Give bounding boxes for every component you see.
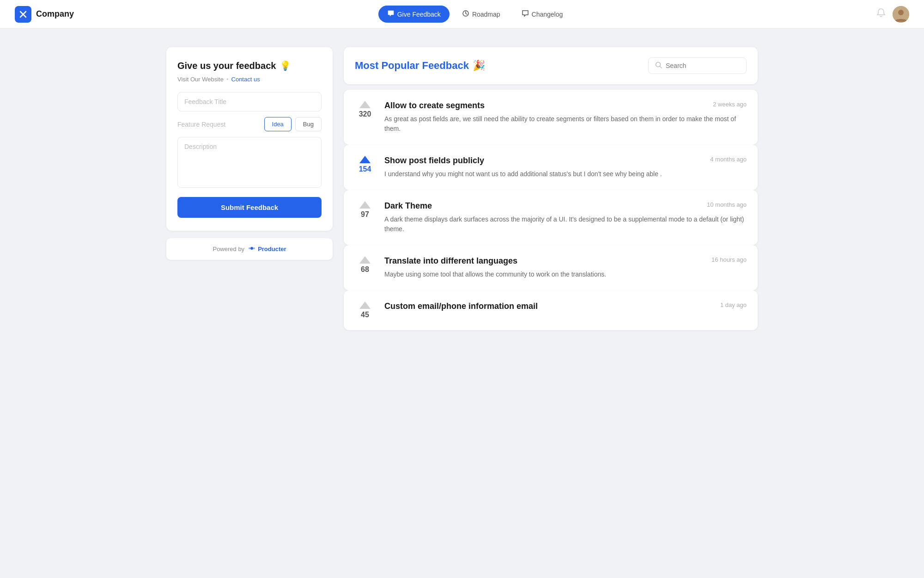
search-box xyxy=(648,57,747,74)
feedback-row-top: Dark Theme 10 months ago xyxy=(384,201,747,211)
vote-block: 68 xyxy=(355,256,375,274)
left-panel: Give us your feedback 💡 Visit Our Websit… xyxy=(166,47,333,330)
feedback-item-title: Allow to create segments xyxy=(384,101,485,111)
vote-block: 154 xyxy=(355,156,375,173)
give-feedback-button[interactable]: Give Feedback xyxy=(378,6,450,23)
vote-block: 97 xyxy=(355,201,375,219)
feedback-item-title: Show post fields publicly xyxy=(384,156,484,166)
producter-icon xyxy=(248,245,255,253)
section-title: Most Popular Feedback 🎉 xyxy=(355,60,485,72)
feedback-item-title: Translate into different languages xyxy=(384,256,517,266)
feedback-desc: Maybe using some tool that allows the co… xyxy=(384,270,747,279)
roadmap-icon xyxy=(462,10,469,18)
producter-brand: Producter xyxy=(248,245,286,253)
feedback-desc: I understand why you might not want us t… xyxy=(384,169,747,179)
feedback-item-card: 154 Show post fields publicly 4 months a… xyxy=(344,145,758,190)
notification-bell-icon[interactable] xyxy=(876,8,886,20)
vote-arrow-icon[interactable] xyxy=(359,256,371,264)
changelog-icon xyxy=(522,10,529,18)
feedback-type-row: Feature Request Idea Bug xyxy=(177,117,322,131)
main-container: Give us your feedback 💡 Visit Our Websit… xyxy=(139,29,785,349)
brand-name: Company xyxy=(36,9,74,19)
right-panel: Most Popular Feedback 🎉 320 Allow to xyxy=(344,47,758,330)
feedback-item-card: 320 Allow to create segments 2 weeks ago… xyxy=(344,90,758,145)
vote-count: 97 xyxy=(361,210,369,219)
svg-point-2 xyxy=(898,10,904,15)
vote-count: 45 xyxy=(361,311,369,319)
give-feedback-icon xyxy=(387,10,395,18)
feedback-content: Custom email/phone information email 1 d… xyxy=(384,301,747,315)
form-title-text: Give us your feedback xyxy=(177,61,276,71)
powered-by-card: Powered by Producter xyxy=(166,238,333,260)
vote-block: 320 xyxy=(355,101,375,118)
feedback-row-top: Translate into different languages 16 ho… xyxy=(384,256,747,266)
vote-count: 68 xyxy=(361,265,369,274)
feedback-time: 4 months ago xyxy=(710,156,747,163)
feedback-time: 1 day ago xyxy=(720,301,747,308)
vote-arrow-icon[interactable] xyxy=(359,156,371,163)
contact-us-link[interactable]: Contact us xyxy=(231,76,260,83)
feedback-form-card: Give us your feedback 💡 Visit Our Websit… xyxy=(166,47,333,231)
feedback-item-title: Dark Theme xyxy=(384,201,432,211)
bug-type-button[interactable]: Bug xyxy=(295,117,322,131)
form-links: Visit Our Website • Contact us xyxy=(177,76,322,83)
nav-right xyxy=(876,6,909,23)
give-feedback-label: Give Feedback xyxy=(397,11,441,18)
vote-arrow-icon[interactable] xyxy=(359,101,371,108)
vote-count: 154 xyxy=(359,165,371,173)
svg-point-3 xyxy=(250,247,253,250)
changelog-label: Changelog xyxy=(532,11,563,18)
feedback-item-card: 45 Custom email/phone information email … xyxy=(344,290,758,330)
idea-type-button[interactable]: Idea xyxy=(264,117,292,131)
feedback-list: 320 Allow to create segments 2 weeks ago… xyxy=(344,90,758,330)
description-input[interactable] xyxy=(177,137,322,188)
search-input[interactable] xyxy=(666,62,740,69)
submit-feedback-button[interactable]: Submit Feedback xyxy=(177,197,322,218)
section-title-emoji: 🎉 xyxy=(473,60,485,72)
feedback-time: 10 months ago xyxy=(707,201,747,208)
feedback-time: 2 weeks ago xyxy=(713,101,747,108)
changelog-button[interactable]: Changelog xyxy=(513,6,572,23)
right-header-card: Most Popular Feedback 🎉 xyxy=(344,47,758,84)
vote-arrow-icon[interactable] xyxy=(359,201,371,209)
powered-by-label: Powered by xyxy=(213,246,244,252)
feedback-desc: As great as post fields are, we still ne… xyxy=(384,114,747,134)
feedback-content: Show post fields publicly 4 months ago I… xyxy=(384,156,747,179)
form-title-emoji: 💡 xyxy=(280,60,291,71)
nav-center: Give Feedback Roadmap Changelog xyxy=(74,6,876,23)
vote-arrow-icon[interactable] xyxy=(359,301,371,309)
feedback-item-card: 68 Translate into different languages 16… xyxy=(344,245,758,290)
feedback-time: 16 hours ago xyxy=(711,256,747,263)
navbar: Company Give Feedback Roadmap Changelog xyxy=(0,0,924,29)
feedback-row-top: Custom email/phone information email 1 d… xyxy=(384,301,747,311)
feedback-item-title: Custom email/phone information email xyxy=(384,301,538,311)
vote-count: 320 xyxy=(359,110,371,118)
producter-name: Producter xyxy=(258,246,286,252)
dot-separator: • xyxy=(226,76,229,83)
feature-request-label: Feature Request xyxy=(177,121,261,128)
feedback-row-top: Allow to create segments 2 weeks ago xyxy=(384,101,747,111)
search-icon xyxy=(655,61,662,70)
feedback-title-input[interactable] xyxy=(177,92,322,111)
feedback-content: Translate into different languages 16 ho… xyxy=(384,256,747,279)
feedback-row-top: Show post fields publicly 4 months ago xyxy=(384,156,747,166)
logo-icon xyxy=(15,6,31,23)
section-title-text: Most Popular Feedback xyxy=(355,60,469,72)
roadmap-label: Roadmap xyxy=(472,11,500,18)
feedback-desc: A dark theme displays dark surfaces acro… xyxy=(384,215,747,234)
vote-block: 45 xyxy=(355,301,375,319)
feedback-content: Dark Theme 10 months ago A dark theme di… xyxy=(384,201,747,234)
feedback-item-card: 97 Dark Theme 10 months ago A dark theme… xyxy=(344,190,758,245)
roadmap-button[interactable]: Roadmap xyxy=(453,6,509,23)
visit-website-label: Visit Our Website xyxy=(177,76,224,83)
svg-point-5 xyxy=(253,247,255,249)
user-avatar[interactable] xyxy=(893,6,909,23)
brand: Company xyxy=(15,6,74,23)
svg-point-4 xyxy=(249,247,250,249)
form-title: Give us your feedback 💡 xyxy=(177,60,322,71)
feedback-content: Allow to create segments 2 weeks ago As … xyxy=(384,101,747,134)
